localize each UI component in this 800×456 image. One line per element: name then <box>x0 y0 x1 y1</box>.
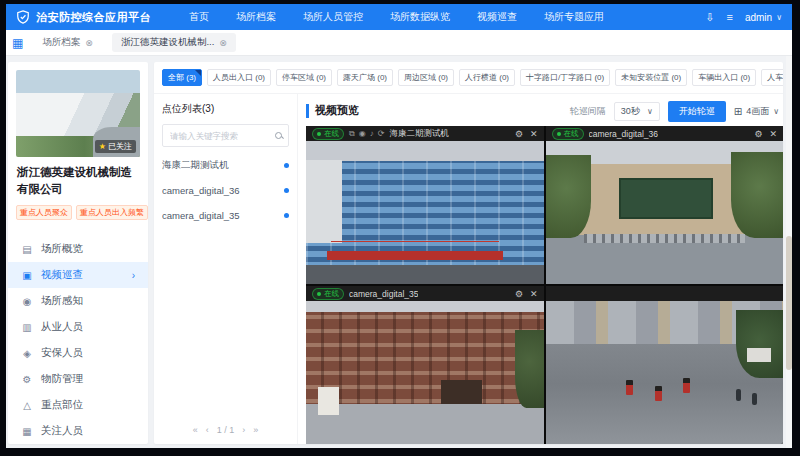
video-tile[interactable]: 在线 ⧉ ◉ ♪ ⟳ 海康二期测试机 ⚙ <box>306 126 544 284</box>
status-dot-icon <box>284 213 289 218</box>
start-patrol-button[interactable]: 开始轮巡 <box>668 101 726 122</box>
nav-item-special-apps[interactable]: 场所专题应用 <box>544 10 604 24</box>
camera-list-item[interactable]: camera_digital_36 <box>162 178 289 203</box>
nav-item-home[interactable]: 首页 <box>189 10 209 24</box>
close-icon[interactable]: ✕ <box>769 129 777 139</box>
interval-value: 30秒 <box>621 105 640 118</box>
sensing-icon: ◉ <box>21 296 33 307</box>
online-label: 在线 <box>324 289 339 299</box>
nav-item-venue-archives[interactable]: 场所档案 <box>236 10 276 24</box>
alert-tags: 重点人员聚众 重点人员出入频繁 <box>8 200 148 220</box>
video-feed-detail <box>731 152 783 238</box>
record-icon[interactable]: ◉ <box>359 129 366 139</box>
status-dot-icon <box>284 188 289 193</box>
interval-select[interactable]: 30秒 ∨ <box>614 102 660 121</box>
sidebar-item-label: 物防管理 <box>41 372 83 386</box>
filter-tag-unknown-location[interactable]: 未知安装位置 (0) <box>615 69 687 86</box>
camera-list-item[interactable]: 海康二期测试机 <box>162 153 289 178</box>
security-icon: ◈ <box>21 348 33 359</box>
company-photo: ★ 已关注 <box>16 70 140 157</box>
video-patrol-panel: 全部 (3) 人员出入口 (0) 停车区域 (0) 露天广场 (0) 周边区域 … <box>154 62 783 444</box>
apps-icon[interactable]: ▦ <box>12 37 23 49</box>
video-tile[interactable]: 在线 camera_digital_35 ⚙ ✕ <box>306 286 544 444</box>
filter-tag-all[interactable]: 全部 (3) <box>162 69 202 86</box>
video-icon: ▣ <box>21 270 33 281</box>
search-input[interactable] <box>168 130 271 142</box>
filter-tag-surrounding[interactable]: 周边区域 (0) <box>398 69 454 86</box>
status-dot-icon <box>284 163 289 168</box>
tab-company[interactable]: 浙江德英建设机械制... ⊗ <box>112 33 236 52</box>
video-feed-detail <box>584 234 746 243</box>
company-name: 浙江德英建设机械制造有限公司 <box>8 163 148 201</box>
username: admin <box>745 12 772 23</box>
sidebar-item-watched-persons[interactable]: ▦ 关注人员 <box>8 418 148 444</box>
filter-tag-parking[interactable]: 停车区域 (0) <box>276 69 332 86</box>
next-page-button[interactable]: › <box>242 425 245 435</box>
online-badge: 在线 <box>312 128 344 140</box>
camera-list-item[interactable]: camera_digital_35 <box>162 203 289 228</box>
search-icon[interactable] <box>275 132 283 140</box>
sidebar-item-venue-overview[interactable]: ▤ 场所概览 <box>8 236 148 262</box>
user-menu[interactable]: admin ∨ <box>745 12 782 23</box>
nav-item-video-patrol[interactable]: 视频巡查 <box>477 10 517 24</box>
close-icon[interactable]: ✕ <box>530 129 538 139</box>
scrollbar-thumb[interactable] <box>786 236 792 369</box>
video-feed-detail <box>747 348 771 362</box>
last-page-button[interactable]: » <box>253 425 258 435</box>
download-icon[interactable]: ⇩ <box>705 11 714 24</box>
defense-icon: ⚙ <box>21 374 33 385</box>
video-preview-header: 视频预览 轮巡间隔 30秒 ∨ 开始轮巡 ⊞ 4画面 ∨ <box>306 99 783 123</box>
online-dot-icon <box>317 132 321 136</box>
tab-label: 浙江德英建设机械制... <box>121 36 214 49</box>
scrollbar-track[interactable] <box>786 56 792 448</box>
sidebar-item-employees[interactable]: ▥ 从业人员 <box>8 314 148 340</box>
filter-tag-pedestrian-entrance[interactable]: 人员出入口 (0) <box>207 69 271 86</box>
followed-label: 已关注 <box>108 141 132 152</box>
close-icon[interactable]: ⊗ <box>85 38 93 48</box>
audio-icon[interactable]: ♪ <box>370 129 374 139</box>
sidebar-item-label: 安保人员 <box>41 346 83 360</box>
gear-icon[interactable]: ⚙ <box>515 289 523 299</box>
sidebar-item-venue-sensing[interactable]: ◉ 场所感知 <box>8 288 148 314</box>
main-body: 点位列表(3) 海康二期测试机 camera_digital_36 <box>154 94 783 444</box>
video-tile-header: 在线 ⧉ ◉ ♪ ⟳ 海康二期测试机 ⚙ <box>306 126 544 141</box>
refresh-icon[interactable]: ⟳ <box>378 129 385 139</box>
video-feed <box>546 301 784 444</box>
sidebar-item-video-patrol[interactable]: ▣ 视频巡查 › <box>8 262 148 288</box>
video-tile-header: 在线 camera_digital_36 ⚙ ✕ <box>546 126 784 141</box>
sidebar-item-defense-mgmt[interactable]: ⚙ 物防管理 <box>8 366 148 392</box>
tab-venue-archives[interactable]: 场所档案 ⊗ <box>33 33 102 52</box>
sidebar-item-security-staff[interactable]: ◈ 安保人员 <box>8 340 148 366</box>
filter-tag-crosswalk[interactable]: 人行横道 (0) <box>459 69 515 86</box>
sidebar-item-label: 重点部位 <box>41 398 83 412</box>
first-page-button[interactable]: « <box>193 425 198 435</box>
prev-page-button[interactable]: ‹ <box>206 425 209 435</box>
online-dot-icon <box>557 132 561 136</box>
snapshot-icon[interactable]: ⧉ <box>349 129 355 139</box>
video-feed-detail <box>752 393 757 405</box>
filter-tag-plaza[interactable]: 露天广场 (0) <box>337 69 393 86</box>
content-area: ★ 已关注 浙江德英建设机械制造有限公司 重点人员聚众 重点人员出入频繁 ▤ 场… <box>6 56 792 448</box>
online-label: 在线 <box>564 129 579 139</box>
filter-tag-mixed-entrance[interactable]: 人车混行出入口 (0) <box>761 69 783 86</box>
video-preview-title: 视频预览 <box>306 104 359 117</box>
sidebar-item-key-areas[interactable]: △ 重点部位 <box>8 392 148 418</box>
filter-tag-vehicle-entrance[interactable]: 车辆出入口 (0) <box>692 69 756 86</box>
close-icon[interactable]: ⊗ <box>219 38 227 48</box>
gear-icon[interactable]: ⚙ <box>515 129 523 139</box>
star-icon: ★ <box>99 142 106 151</box>
topbar-right: ⇩ ≡ admin ∨ <box>705 11 782 24</box>
video-feed-detail <box>655 386 662 401</box>
nav-item-data-overview[interactable]: 场所数据纵览 <box>390 10 450 24</box>
nav-item-personnel-control[interactable]: 场所人员管控 <box>303 10 363 24</box>
gear-icon[interactable]: ⚙ <box>754 129 762 139</box>
close-icon[interactable]: ✕ <box>530 289 538 299</box>
camera-name: camera_digital_36 <box>162 185 240 196</box>
filter-tag-intersection[interactable]: 十字路口/丁字路口 (0) <box>520 69 610 86</box>
menu-icon[interactable]: ≡ <box>726 11 732 23</box>
layout-select[interactable]: ⊞ 4画面 ∨ <box>734 105 779 118</box>
video-tile[interactable]: 在线 camera_digital_36 ⚙ ✕ <box>546 126 784 284</box>
video-tile[interactable] <box>546 286 784 444</box>
video-feed-detail <box>306 265 544 284</box>
sidebar-item-label: 场所概览 <box>41 242 83 256</box>
